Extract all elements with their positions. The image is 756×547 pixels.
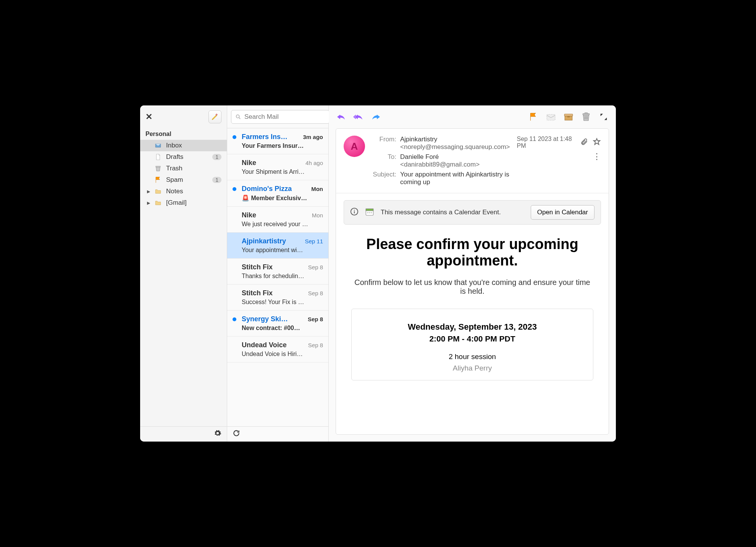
folder-item[interactable]: Spam1 [140, 174, 227, 186]
attachment-icon[interactable] [580, 138, 588, 147]
svg-rect-1 [156, 166, 160, 167]
svg-point-14 [354, 210, 355, 210]
appointment-person: Aliyha Perry [359, 364, 585, 372]
to-label: To: [372, 153, 396, 168]
reader-toolbar [329, 105, 616, 128]
message-subject: New contract: #00… [242, 325, 323, 332]
message-card: A From: Ajpinkartistry<noreply@messaging… [336, 128, 609, 435]
mark-read-button[interactable] [546, 112, 556, 122]
svg-rect-9 [585, 113, 588, 113]
inbox-icon [154, 142, 162, 149]
message-subject: 🚨 Member Exclusiv… [242, 194, 323, 202]
message-subject: Your Farmers Insur… [242, 142, 323, 149]
folder-label: Drafts [166, 153, 183, 161]
folder-item[interactable]: Trash [140, 163, 227, 174]
calendar-banner: This message contains a Calendar Event. … [344, 200, 601, 225]
message-sender: Farmers Ins… [242, 133, 288, 141]
folder-label: Spam [166, 176, 183, 184]
disclosure-icon[interactable]: ▶ [147, 201, 150, 206]
trash-icon [154, 165, 162, 172]
message-sender: Stitch Fix [242, 263, 273, 271]
to-name: Danielle Foré [400, 153, 439, 160]
refresh-icon[interactable] [233, 429, 240, 439]
svg-point-2 [236, 115, 239, 118]
more-icon[interactable]: ⋮ [593, 155, 601, 159]
header-fields: From: Ajpinkartistry<noreply@messaging.s… [372, 136, 510, 186]
from-label: From: [372, 136, 396, 151]
fullscreen-button[interactable] [598, 112, 609, 122]
message-date: Sep 8 [308, 264, 323, 270]
message-item[interactable]: Farmers Ins…3m agoYour Farmers Insur… [227, 128, 328, 154]
message-subject: Success! Your Fix is … [242, 299, 323, 306]
forward-button[interactable] [371, 112, 381, 122]
message-sender: Stitch Fix [242, 289, 273, 297]
search-input[interactable] [244, 113, 325, 121]
message-item[interactable]: Nike4h agoYour Shipment is Arri… [227, 154, 328, 180]
message-item[interactable]: AjpinkartistrySep 11Your appointment wi… [227, 233, 328, 259]
message-timestamp: Sep 11 2023 at 1:48 PM [517, 136, 576, 149]
pencil-icon [211, 113, 219, 121]
unread-dot-icon [233, 317, 236, 321]
svg-rect-7 [567, 117, 570, 117]
svg-rect-6 [564, 114, 573, 116]
sidebar: ✕ Personal InboxDrafts1TrashSpam1▶Notes▶… [140, 105, 227, 442]
folder-icon [154, 199, 162, 206]
message-body: Please confirm your upcoming appointment… [336, 225, 609, 392]
from-address: <noreply@messaging.squareup.com> [400, 143, 510, 151]
folder-item[interactable]: ▶Notes [140, 186, 227, 197]
message-item[interactable]: Undead VoiceSep 8Undead Voice is Hiri… [227, 337, 328, 363]
message-list-bottom [227, 426, 328, 442]
file-icon [154, 154, 162, 160]
message-date: 4h ago [305, 160, 323, 166]
message-item[interactable]: Stitch FixSep 8Thanks for schedulin… [227, 259, 328, 285]
message-sender: Ajpinkartistry [242, 237, 286, 245]
flag-button[interactable] [528, 112, 539, 122]
appointment-duration: 2 hour session [359, 353, 585, 361]
subject-value: Your appointment with Ajpinkartistry is … [400, 171, 510, 186]
disclosure-icon[interactable]: ▶ [147, 189, 150, 194]
folder-item[interactable]: Inbox [140, 140, 227, 151]
message-item[interactable]: Stitch FixSep 8Success! Your Fix is … [227, 285, 328, 311]
folder-count: 1 [212, 154, 221, 160]
message-item[interactable]: Synergy Ski…Sep 8New contract: #00… [227, 311, 328, 337]
svg-rect-18 [367, 212, 368, 213]
message-list: Farmers Ins…3m agoYour Farmers Insur…Nik… [227, 128, 328, 426]
open-calendar-button[interactable]: Open in Calendar [531, 205, 594, 220]
reply-button[interactable] [336, 112, 346, 122]
message-date: Sep 8 [308, 342, 323, 348]
search-box[interactable] [231, 110, 330, 124]
body-subtext: Confirm below to let us know that you're… [351, 278, 593, 296]
info-icon [350, 207, 359, 217]
banner-text: This message contains a Calendar Event. [381, 209, 525, 216]
message-list-pane: Farmers Ins…3m agoYour Farmers Insur…Nik… [227, 105, 329, 442]
folder-icon [154, 188, 162, 195]
calendar-icon [365, 207, 375, 218]
svg-rect-17 [366, 209, 373, 210]
message-subject: Undead Voice is Hiri… [242, 351, 323, 358]
reply-all-button[interactable] [353, 112, 364, 122]
archive-button[interactable] [563, 112, 574, 122]
folder-item[interactable]: ▶[Gmail] [140, 197, 227, 209]
gear-icon[interactable] [214, 429, 221, 439]
message-sender: Nike [242, 211, 256, 219]
avatar: A [344, 136, 365, 157]
folder-item[interactable]: Drafts1 [140, 151, 227, 163]
app-window: ✕ Personal InboxDrafts1TrashSpam1▶Notes▶… [140, 105, 616, 442]
svg-rect-5 [565, 116, 572, 120]
account-label: Personal [140, 128, 227, 140]
folder-label: Notes [166, 188, 183, 195]
folder-label: Inbox [166, 142, 182, 149]
message-subject: Your appointment wi… [242, 247, 323, 254]
message-date: Mon [311, 186, 323, 192]
unread-dot-icon [233, 135, 236, 139]
compose-button[interactable] [208, 110, 221, 123]
close-icon[interactable]: ✕ [145, 112, 152, 122]
message-item[interactable]: Domino's PizzaMon🚨 Member Exclusiv… [227, 180, 328, 207]
unread-dot-icon [233, 187, 236, 191]
star-icon[interactable] [593, 138, 601, 147]
delete-button[interactable] [581, 112, 591, 122]
message-item[interactable]: NikeMonWe just received your … [227, 207, 328, 233]
message-subject: We just received your … [242, 221, 323, 228]
message-sender: Synergy Ski… [242, 315, 288, 323]
subject-label: Subject: [372, 171, 396, 186]
